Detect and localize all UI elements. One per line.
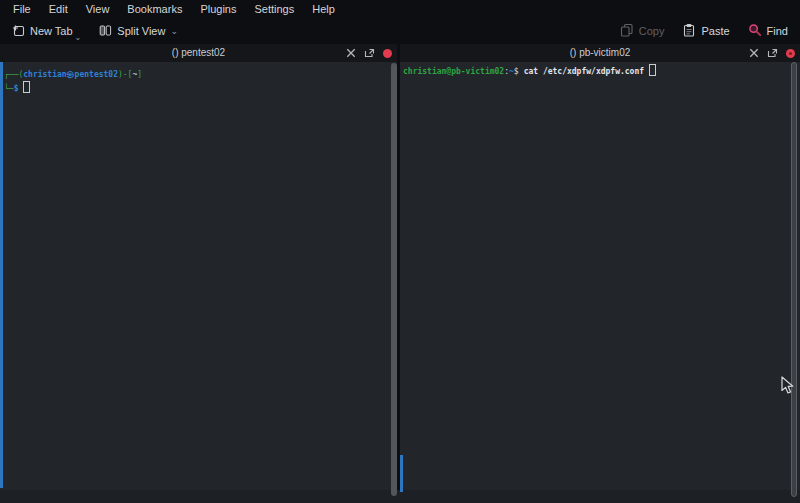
- split-view-icon: [99, 24, 112, 39]
- terminal-right[interactable]: christian@pb-victim02:~$cat /etc/xdpfw/x…: [400, 62, 800, 490]
- toolbar: New Tab ⌄ Split View ⌄: [0, 18, 800, 44]
- magnifier-icon: [748, 23, 762, 39]
- pane-title-left: () pentest02: [0, 44, 397, 62]
- find-button[interactable]: Find: [744, 20, 792, 42]
- toolbar-left-group: New Tab ⌄ Split View ⌄: [8, 21, 182, 42]
- menu-bookmarks[interactable]: Bookmarks: [118, 1, 191, 17]
- detach-view-icon[interactable]: [767, 44, 778, 62]
- terminal-cursor: [649, 64, 656, 76]
- terminal-output-left: ┌──(christian㉿pentest02)-[~]└─$: [0, 62, 397, 95]
- terminal-left[interactable]: ┌──(christian㉿pentest02)-[~]└─$: [0, 62, 397, 490]
- paste-label: Paste: [701, 25, 729, 37]
- tab-new-icon: [12, 24, 25, 39]
- scrollbar-left-pane[interactable]: [391, 63, 397, 496]
- pane-header-right-buttons: [749, 44, 795, 62]
- prompt-symbol: $: [14, 84, 19, 93]
- maximize-view-icon[interactable]: [749, 44, 759, 62]
- scroll-indicator-right-pane[interactable]: [400, 455, 403, 492]
- prompt-user-host: christian@pb-victim02: [403, 67, 504, 76]
- pane-header-left[interactable]: () pentest02: [0, 44, 397, 62]
- clipboard-icon: [682, 23, 696, 39]
- toolbar-right-group: Copy Paste: [616, 20, 792, 42]
- konsole-window: File Edit View Bookmarks Plugins Setting…: [0, 0, 800, 503]
- menu-plugins[interactable]: Plugins: [191, 1, 245, 17]
- split-view-button[interactable]: Split View ⌄: [95, 21, 182, 42]
- menubar: File Edit View Bookmarks Plugins Setting…: [0, 0, 800, 18]
- maximize-view-icon[interactable]: [346, 44, 356, 62]
- menu-edit[interactable]: Edit: [40, 1, 77, 17]
- menu-view[interactable]: View: [77, 1, 119, 17]
- menu-help[interactable]: Help: [303, 1, 344, 17]
- chevron-down-icon: ⌄: [170, 28, 178, 34]
- scroll-indicator-left-pane[interactable]: [0, 62, 3, 488]
- new-tab-label: New Tab: [30, 25, 73, 37]
- terminal-cursor: [23, 81, 30, 93]
- prompt-user-host: christian㉿pentest02: [23, 70, 118, 79]
- prompt-frame: ┌──(: [4, 70, 23, 79]
- menu-file[interactable]: File: [4, 1, 40, 17]
- menu-settings[interactable]: Settings: [245, 1, 303, 17]
- pane-header-right[interactable]: () pb-victim02: [400, 44, 800, 62]
- scrollbar-right-pane[interactable]: [791, 62, 797, 497]
- chevron-down-icon: ⌄: [75, 35, 82, 41]
- split-view-label: Split View: [117, 25, 165, 37]
- close-pane-button[interactable]: [383, 49, 392, 58]
- prompt-frame: )-[: [118, 70, 132, 79]
- paste-button[interactable]: Paste: [678, 20, 733, 42]
- mouse-pointer-icon: [781, 376, 796, 399]
- prompt-symbol: $: [514, 67, 519, 76]
- prompt-frame: ]: [137, 70, 142, 79]
- terminal-output-right: christian@pb-victim02:~$cat /etc/xdpfw/x…: [400, 62, 800, 78]
- copy-icon: [620, 23, 634, 39]
- new-tab-button[interactable]: New Tab ⌄: [8, 21, 85, 42]
- copy-button[interactable]: Copy: [616, 20, 669, 42]
- pane-title-right: () pb-victim02: [400, 44, 800, 62]
- pane-header-left-buttons: [346, 44, 392, 62]
- close-pane-button[interactable]: [786, 49, 795, 58]
- typed-command: cat /etc/xdpfw/xdpfw.conf: [524, 67, 644, 76]
- detach-view-icon[interactable]: [364, 44, 375, 62]
- copy-label: Copy: [639, 25, 665, 37]
- find-label: Find: [767, 25, 788, 37]
- prompt-frame: └─: [4, 84, 14, 93]
